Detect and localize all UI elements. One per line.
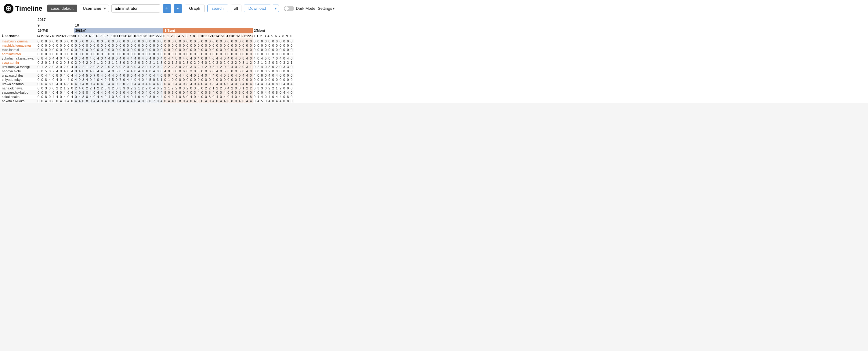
data-cell: 4 [260,56,264,60]
data-cell: 3 [268,65,271,69]
download-dropdown-button[interactable]: ▾ [273,5,279,12]
graph-button[interactable]: Graph [185,5,205,12]
data-cell: 4 [145,69,148,73]
field-select[interactable]: Username IP Action [80,5,109,12]
data-cell: 3 [66,82,70,86]
table-row: hakata.fukuoka00408040404408044040804044… [0,99,293,103]
data-cell: 0 [200,56,204,60]
add-filter-button[interactable]: + [163,4,171,13]
data-cell: 0 [215,73,219,77]
data-cell: 1 [152,60,156,65]
data-cell: 0 [253,43,256,47]
data-cell: 0 [126,86,130,90]
data-cell: 4 [111,82,115,86]
sun-h13: 13 [212,33,215,39]
data-cell: 0 [92,43,96,47]
data-cell: 0 [200,47,204,52]
data-cell: 0 [264,82,267,86]
username-cell: administrator [0,52,37,56]
data-cell: 0 [171,52,175,56]
mon-h3: 3 [264,33,267,39]
data-cell: 2 [163,65,167,69]
data-cell: 0 [230,77,234,82]
data-cell: 8 [182,95,186,99]
data-cell: 0 [241,47,245,52]
data-cell: 0 [118,69,122,73]
data-cell: 8 [44,90,48,95]
mon-h9: 9 [286,33,290,39]
download-button[interactable]: Download [244,5,271,12]
data-cell: 4 [126,69,130,73]
data-cell: 2 [63,65,66,69]
case-badge[interactable]: case: default [47,6,77,11]
data-cell: 0 [40,43,44,47]
data-cell: 0 [44,52,48,56]
data-cell: 4 [82,82,85,86]
data-cell: 0 [271,90,275,95]
data-cell: 3 [130,65,133,69]
data-cell: 0 [163,82,167,86]
data-cell: 0 [286,39,290,43]
data-cell: 4 [160,99,163,103]
data-cell: 0 [96,43,100,47]
data-cell: 3 [107,60,111,65]
data-cell: 0 [275,43,279,47]
data-cell: 0 [104,43,107,47]
dark-mode-toggle[interactable]: Dark Mode [284,6,316,11]
data-cell: 2 [122,65,126,69]
data-cell: 3 [115,65,118,69]
data-cell: 0 [234,43,238,47]
data-cell: 5 [171,90,175,95]
data-cell: 0 [48,95,52,99]
data-cell: 4 [171,99,175,103]
data-cell: 4 [230,90,234,95]
settings-button[interactable]: Settings ▾ [318,6,335,11]
data-cell: 2 [152,65,156,69]
data-cell: 2 [100,60,103,65]
data-cell: 0 [52,52,55,56]
data-cell: 0 [118,39,122,43]
data-cell: 0 [70,52,74,56]
sat-h12: 12 [118,33,122,39]
dark-mode-track[interactable] [284,6,294,11]
data-cell: 0 [253,60,256,65]
data-cell: 4 [63,69,66,73]
data-cell: 4 [253,56,256,60]
data-cell: 4 [200,73,204,77]
data-cell: 4 [156,95,160,99]
data-cell: 0 [175,39,178,43]
timeline-table: 2017 9 10 29(Fri) 30(Sat) 1(Su [0,17,293,103]
data-cell: 0 [212,95,215,99]
data-cell: 0 [268,39,271,43]
search-input[interactable] [112,4,160,12]
data-cell: 0 [52,82,55,86]
data-cell: 0 [171,69,175,73]
data-cell: 4 [92,82,96,86]
data-cell: 0 [92,65,96,69]
data-cell: 0 [215,47,219,52]
data-cell: 0 [122,39,126,43]
sun-h4: 4 [178,33,182,39]
data-cell: 0 [204,52,208,56]
data-cell: 4 [175,95,178,99]
data-cell: 8 [48,82,52,86]
data-cell: 0 [215,99,219,103]
data-cell: 4 [167,56,170,60]
data-cell: 4 [133,56,137,60]
data-cell: 0 [115,52,118,56]
data-cell: 1 [96,60,100,65]
data-cell: 4 [208,73,212,77]
search-button[interactable]: search [207,5,228,12]
data-cell: 4 [59,99,63,103]
date-row: 29(Fri) 30(Sat) 1(Sun) 2(Mon) [0,28,293,33]
all-button[interactable]: all [231,5,241,12]
data-cell: 0 [226,99,230,103]
data-cell: 4 [204,82,208,86]
data-cell: 0 [204,73,208,77]
data-cell: 0 [286,43,290,47]
data-cell: 8 [238,90,241,95]
data-cell: 0 [208,43,212,47]
data-cell: 0 [178,43,182,47]
data-cell: 4 [245,90,249,95]
remove-filter-button[interactable]: - [174,4,182,13]
